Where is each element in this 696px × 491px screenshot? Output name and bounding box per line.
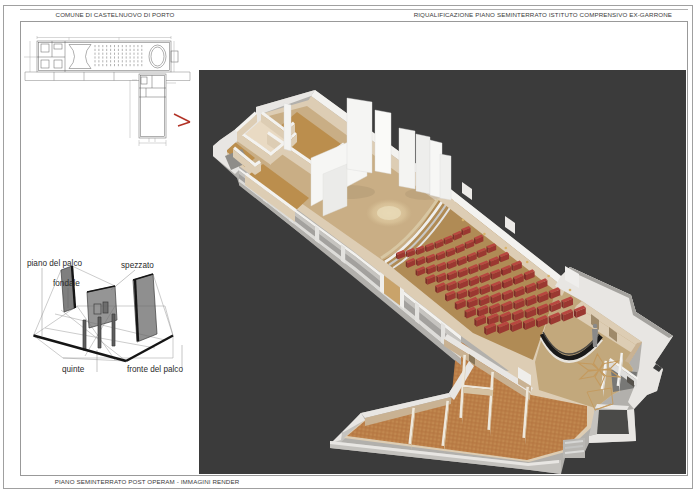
plan-seat-rows [95, 45, 142, 66]
header-top-rule [20, 9, 688, 10]
drawing-sheet: { "header": { "left": "COMUNE DI CASTELN… [0, 0, 696, 491]
stage-scheme-sketch: piano del palco spezzato fondale quinte … [15, 250, 205, 390]
title-project: RIQUALIFICAZIONE PIANO SEMINTERRATO ISTI… [414, 11, 672, 18]
label-spezzato: spezzato [121, 261, 154, 270]
label-fronte-del-palco: fronte del palco [127, 365, 183, 374]
plan-orientation-arrow [174, 114, 190, 126]
render-image [199, 70, 686, 474]
sheet-caption: PIANO SEMINTERRATO POST OPERAM - IMMAGIN… [22, 478, 272, 485]
floor-plan-drawing [24, 36, 206, 148]
label-piano-del-palco: piano del palco [27, 259, 83, 268]
title-municipality: COMUNE DI CASTELNUOVO DI PORTO [50, 11, 180, 18]
label-fondale: fondale [53, 279, 80, 288]
label-quinte: quinte [62, 365, 85, 374]
